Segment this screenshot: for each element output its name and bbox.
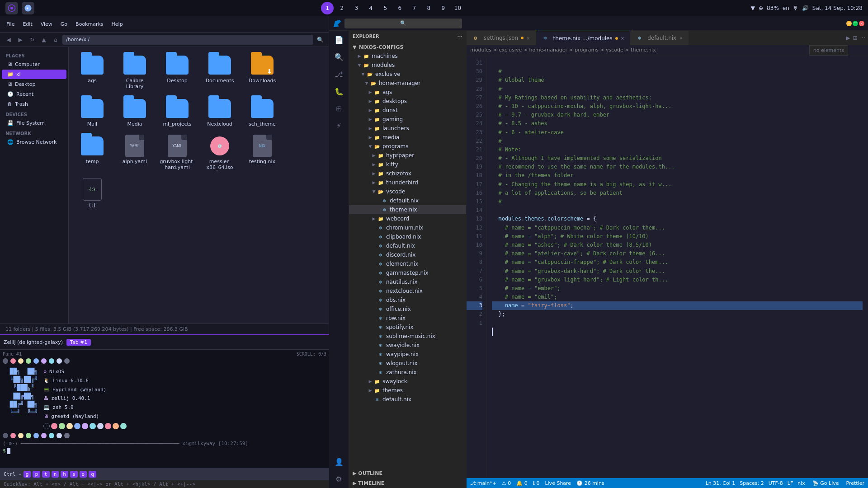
- fm-file-ml-projects[interactable]: ml_projects: [157, 94, 197, 130]
- vs-act-account[interactable]: 👤: [332, 455, 346, 469]
- vs-tree-clipboard-nix[interactable]: ▶ ❄ clipboard.nix: [349, 232, 466, 241]
- vs-tab-default-nix[interactable]: ❄ default.nix ×: [630, 31, 689, 45]
- vs-act-extensions[interactable]: ⊞: [332, 101, 346, 116]
- vs-tree-exclusive[interactable]: ▼ 📂 exclusive: [349, 70, 466, 79]
- vs-act-git[interactable]: ⎇: [332, 67, 346, 81]
- vs-outline-section[interactable]: ▶ OUTLINE: [349, 468, 466, 478]
- fm-file-alph-yaml[interactable]: YAML alph.yaml: [115, 131, 155, 173]
- vs-tree-modules[interactable]: ▼ 📂 modules: [349, 61, 466, 70]
- vs-status-warnings[interactable]: 🔔 0: [516, 480, 528, 486]
- vs-tree-schizofox[interactable]: ▶ 📁 schizofox: [349, 169, 466, 178]
- kbd-n[interactable]: n: [52, 471, 59, 478]
- fm-menu-edit[interactable]: Edit: [20, 20, 35, 28]
- vs-tree-media[interactable]: ▶ 📁 media: [349, 133, 466, 142]
- workspace-4[interactable]: 4: [364, 2, 377, 14]
- vs-tree-gaming[interactable]: ▶ 📁 gaming: [349, 115, 466, 124]
- fm-file-media[interactable]: Media: [115, 94, 155, 130]
- vs-tree-default-nix3[interactable]: ▶ ❄ default.nix: [349, 395, 466, 404]
- fm-reload-button[interactable]: ↻: [27, 35, 37, 45]
- vs-tree-waypipe-nix[interactable]: ▶ ❄ waypipe.nix: [349, 350, 466, 359]
- vs-tree-obs-nix[interactable]: ▶ ❄ obs.nix: [349, 296, 466, 305]
- vs-tree-default-nix[interactable]: ▶ ❄ default.nix: [349, 196, 466, 205]
- fm-file-json[interactable]: {;} {;}: [72, 175, 112, 211]
- fm-menu-help[interactable]: Help: [109, 20, 126, 28]
- vs-tree-dunst[interactable]: ▶ 📁 dunst: [349, 106, 466, 115]
- fm-up-button[interactable]: ▲: [39, 35, 49, 45]
- vs-tree-programs[interactable]: ▼ 📂 programs: [349, 142, 466, 151]
- vs-tree-rbw-nix[interactable]: ▶ ❄ rbw.nix: [349, 314, 466, 323]
- fm-sidebar-filesystem[interactable]: 💾 File System: [2, 118, 66, 128]
- tab-close-button[interactable]: ×: [621, 36, 624, 41]
- kbd-q[interactable]: q: [89, 471, 96, 478]
- fm-search-button[interactable]: 🔍: [315, 35, 325, 45]
- fm-file-messier-iso[interactable]: 💿 messier-x86_64.iso: [200, 131, 240, 173]
- vs-tree-default-nix2[interactable]: ▶ ❄ default.nix: [349, 241, 466, 250]
- vs-status-errors[interactable]: ⚠ 0: [502, 480, 511, 486]
- vs-status-info[interactable]: ℹ 0: [533, 480, 540, 486]
- fm-menu-go[interactable]: Go: [58, 20, 70, 28]
- vs-tab-theme-nix[interactable]: ❄ theme.nix .../modules ×: [536, 31, 631, 45]
- workspace-10[interactable]: 10: [451, 2, 464, 14]
- fm-forward-button[interactable]: ▶: [15, 35, 25, 45]
- vs-more-button[interactable]: ···: [860, 35, 865, 41]
- workspace-5[interactable]: 5: [379, 2, 392, 14]
- vs-tree-swayidle-nix[interactable]: ▶ ❄ swayidle.nix: [349, 341, 466, 350]
- vs-tree-swaylock[interactable]: ▶ 📁 swaylock: [349, 377, 466, 386]
- kbd-p[interactable]: p: [33, 471, 40, 478]
- fm-menu-view[interactable]: View: [38, 20, 55, 28]
- vs-tree-kitty[interactable]: ▶ 📁 kitty: [349, 160, 466, 169]
- vs-maximize-button[interactable]: □: [853, 21, 858, 26]
- workspace-3[interactable]: 3: [350, 2, 363, 14]
- ai-icon[interactable]: ✦: [22, 2, 34, 14]
- workspace-9[interactable]: 9: [437, 2, 449, 14]
- vs-tree-desktops[interactable]: ▶ 📁 desktops: [349, 97, 466, 106]
- vs-tree-discord-nix[interactable]: ▶ ❄ discord.nix: [349, 250, 466, 259]
- fm-file-documents[interactable]: Documents: [200, 51, 240, 92]
- fm-file-temp[interactable]: temp: [72, 131, 112, 173]
- fm-sidebar-xi[interactable]: 📁 xi: [2, 70, 66, 79]
- vs-tree-themes[interactable]: ▶ 📁 themes: [349, 386, 466, 395]
- vs-tree-wlogout-nix[interactable]: ▶ ❄ wlogout.nix: [349, 359, 466, 368]
- fm-back-button[interactable]: ◀: [4, 35, 14, 45]
- workspace-6[interactable]: 6: [393, 2, 406, 14]
- fm-file-gruvbox-yaml[interactable]: YAML gruvbox-light-hard.yaml: [157, 131, 197, 173]
- vs-tree-sublime-music-nix[interactable]: ▶ ❄ sublime-music.nix: [349, 332, 466, 341]
- vs-status-encoding[interactable]: UTF-8: [769, 480, 783, 486]
- vs-act-settings[interactable]: ⚙: [332, 472, 346, 486]
- vs-status-go-live[interactable]: 📡 Go Live: [810, 480, 842, 486]
- fm-file-downloads[interactable]: ⬇ Downloads: [242, 51, 282, 92]
- vs-tree-gammastep-nix[interactable]: ▶ ❄ gammastep.nix: [349, 268, 466, 277]
- vs-status-prettier[interactable]: Prettier: [846, 480, 864, 486]
- fm-menu-bookmarks[interactable]: Bookmarks: [73, 20, 106, 28]
- tab-close-button[interactable]: ×: [679, 36, 683, 41]
- fm-file-desktop[interactable]: Desktop: [157, 51, 197, 92]
- vs-tree-home-manager[interactable]: ▼ 📂 home-manager: [349, 79, 466, 88]
- vs-status-live-share[interactable]: Live Share: [545, 480, 571, 486]
- vs-search-bar[interactable]: 🔍: [344, 19, 462, 28]
- vs-close-button[interactable]: ×: [859, 21, 864, 26]
- vs-tree-machines[interactable]: ▶ 📁 machines: [349, 52, 466, 61]
- fm-path-bar[interactable]: /home/xi/: [62, 35, 313, 45]
- vs-tree-element-nix[interactable]: ▶ ❄ element.nix: [349, 259, 466, 268]
- fm-sidebar-recent[interactable]: 🕐 Recent: [2, 89, 66, 99]
- workspace-1[interactable]: 1: [321, 2, 334, 14]
- vs-status-spaces[interactable]: Spaces: 2: [740, 480, 764, 486]
- fm-sidebar-desktop[interactable]: 🖥 Desktop: [2, 80, 66, 89]
- fm-sidebar-trash[interactable]: 🗑 Trash: [2, 99, 66, 109]
- kbd-s[interactable]: s: [70, 471, 78, 478]
- workspace-7[interactable]: 7: [408, 2, 420, 14]
- vs-minimize-button[interactable]: −: [846, 21, 852, 26]
- vs-tree-ags[interactable]: ▶ 📁 ags: [349, 88, 466, 97]
- fm-file-ags[interactable]: ags: [72, 51, 112, 92]
- vs-tree-spotify-nix[interactable]: ▶ ❄ spotify.nix: [349, 323, 466, 332]
- fm-file-mail[interactable]: Mail: [72, 94, 112, 130]
- vs-tree-vscode[interactable]: ▼ 📂 vscode: [349, 187, 466, 196]
- vs-status-git-branch[interactable]: ⎇ main*+: [470, 480, 496, 486]
- vs-timeline-section[interactable]: ▶ TIMELINE: [349, 478, 466, 488]
- vs-tree-thunderbird[interactable]: ▶ 📁 thunderbird: [349, 178, 466, 187]
- vs-run-button[interactable]: ▶: [846, 35, 850, 41]
- vs-tree-chromium-nix[interactable]: ▶ ❄ chromium.nix: [349, 223, 466, 232]
- terminal-inner[interactable]: Pane #1 SCROLL: 0/3: [0, 350, 329, 468]
- vs-tree-nautilus-nix[interactable]: ▶ ❄ nautilus.nix: [349, 277, 466, 286]
- vs-tree-repo[interactable]: ▼ NIXOS-CONFIGS: [349, 42, 466, 52]
